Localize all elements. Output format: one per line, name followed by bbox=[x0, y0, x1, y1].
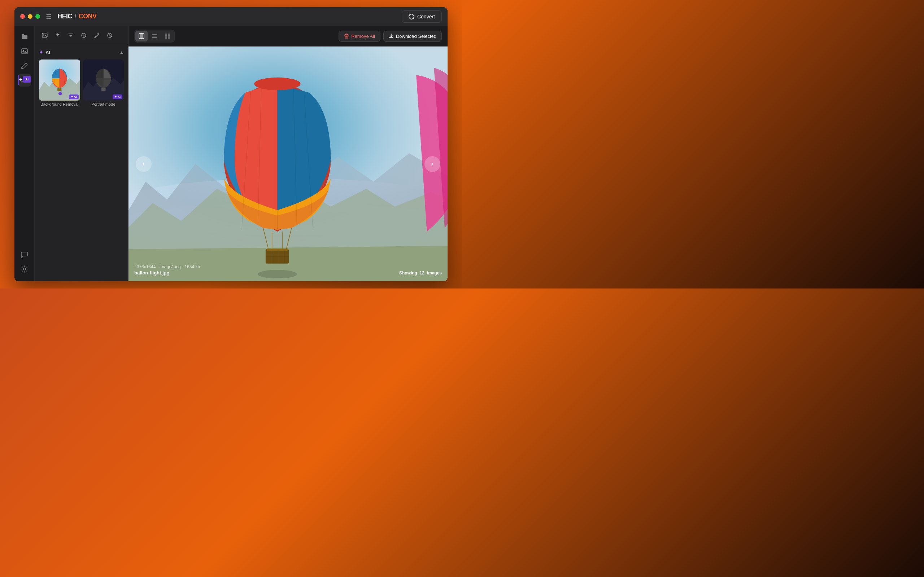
minimize-button[interactable] bbox=[28, 14, 32, 19]
showing-prefix: Showing bbox=[399, 271, 417, 276]
filter-label-portrait: Portrait mode bbox=[91, 102, 115, 106]
download-selected-label: Download Selected bbox=[396, 34, 436, 39]
filter-grid: ✦ AI Background Removal bbox=[39, 60, 124, 106]
sidebar-icon-folder[interactable] bbox=[18, 30, 31, 43]
main-layout: AI bbox=[15, 26, 447, 281]
download-selected-button[interactable]: Download Selected bbox=[383, 31, 442, 42]
convert-icon bbox=[409, 14, 414, 19]
images-count: Showing 12 images bbox=[399, 271, 442, 276]
content-area: Remove All Download Selected bbox=[129, 26, 447, 281]
tool-sparkle-btn[interactable] bbox=[52, 29, 63, 41]
svg-point-2 bbox=[23, 268, 26, 270]
svg-rect-26 bbox=[168, 36, 170, 39]
sidebar-icons: AI bbox=[15, 26, 35, 281]
content-toolbar: Remove All Download Selected bbox=[129, 26, 447, 47]
image-viewer: ‹ › 2376x1344 - image/jpeg - 1684 kb bal… bbox=[129, 47, 447, 281]
svg-point-36 bbox=[254, 77, 300, 90]
svg-rect-25 bbox=[165, 36, 167, 39]
download-icon bbox=[389, 34, 394, 39]
sparkle-icon bbox=[18, 76, 23, 84]
sidebar-icon-edit[interactable] bbox=[18, 59, 31, 72]
svg-rect-23 bbox=[165, 34, 167, 36]
ai-section-icon: ✦ bbox=[39, 49, 43, 55]
ai-filter-badge-bg: ✦ AI bbox=[69, 95, 79, 99]
app-window: ☰ HEIC / CONV Convert bbox=[15, 7, 447, 281]
title-heic: HEIC bbox=[57, 13, 72, 20]
showing-suffix: images bbox=[427, 271, 442, 276]
tools-section-header: ✦ AI ▲ bbox=[39, 49, 124, 55]
tools-section-title: ✦ AI bbox=[39, 49, 50, 55]
tool-clock-btn[interactable] bbox=[104, 29, 115, 41]
maximize-button[interactable] bbox=[36, 14, 40, 19]
convert-label: Convert bbox=[417, 14, 435, 19]
filter-label-bg-removal: Background Removal bbox=[40, 102, 78, 106]
filter-item-bg-removal[interactable]: ✦ AI Background Removal bbox=[39, 60, 80, 106]
title-bar: ☰ HEIC / CONV Convert bbox=[15, 7, 447, 26]
images-count-number: 12 bbox=[420, 271, 425, 276]
remove-all-button[interactable]: Remove All bbox=[339, 31, 380, 42]
svg-rect-42 bbox=[267, 248, 288, 251]
svg-point-14 bbox=[58, 92, 62, 95]
convert-button[interactable]: Convert bbox=[402, 10, 442, 23]
trash-icon bbox=[344, 34, 349, 39]
tool-image-btn[interactable] bbox=[39, 29, 50, 41]
svg-rect-19 bbox=[140, 34, 143, 38]
sidebar-icon-chat[interactable] bbox=[18, 248, 31, 261]
filter-thumb-portrait-inner: ✦ AI bbox=[83, 60, 124, 101]
view-tab-list[interactable] bbox=[149, 31, 161, 42]
tools-panel: ✦ AI ▲ bbox=[35, 26, 129, 281]
title-conv: CONV bbox=[79, 13, 97, 20]
collapse-section-btn[interactable]: ▲ bbox=[120, 50, 124, 55]
title-slash: / bbox=[75, 13, 76, 20]
filter-thumb-inner: ✦ AI bbox=[39, 60, 80, 101]
view-tab-preview[interactable] bbox=[135, 31, 148, 42]
tools-toolbar bbox=[35, 26, 128, 45]
svg-rect-13 bbox=[57, 88, 61, 91]
sidebar-icon-image[interactable] bbox=[18, 45, 31, 58]
svg-rect-24 bbox=[168, 34, 170, 36]
ai-filter-badge-portrait: ✦ AI bbox=[113, 95, 122, 99]
ai-badge: AI bbox=[23, 76, 31, 82]
filter-thumb-bg-removal: ✦ AI bbox=[39, 60, 80, 101]
traffic-lights bbox=[20, 14, 40, 19]
svg-rect-0 bbox=[22, 49, 27, 54]
image-filename: ballon-flight.jpg bbox=[134, 270, 200, 276]
next-image-button[interactable]: › bbox=[425, 156, 440, 172]
tool-color-btn[interactable] bbox=[78, 29, 89, 41]
tool-magic-btn[interactable] bbox=[91, 29, 102, 41]
image-info: 2376x1344 - image/jpeg - 1684 kb ballon-… bbox=[134, 264, 200, 276]
view-tab-grid[interactable] bbox=[162, 31, 174, 42]
tools-section-label: AI bbox=[45, 50, 50, 55]
close-button[interactable] bbox=[20, 14, 25, 19]
prev-image-button[interactable]: ‹ bbox=[136, 156, 152, 172]
menu-icon[interactable]: ☰ bbox=[46, 13, 52, 21]
sidebar-icon-settings[interactable] bbox=[18, 263, 31, 276]
svg-rect-3 bbox=[42, 33, 47, 37]
svg-point-6 bbox=[98, 33, 99, 34]
app-title: HEIC / CONV bbox=[57, 13, 97, 20]
sidebar-icon-ai[interactable]: AI bbox=[18, 74, 31, 87]
filter-item-portrait[interactable]: ✦ AI Portrait mode bbox=[83, 60, 124, 106]
tools-section: ✦ AI ▲ bbox=[35, 45, 128, 111]
filter-thumb-portrait: ✦ AI bbox=[83, 60, 124, 101]
remove-all-label: Remove All bbox=[351, 34, 375, 39]
image-meta: 2376x1344 - image/jpeg - 1684 kb bbox=[134, 264, 200, 269]
main-image-svg bbox=[129, 47, 447, 281]
svg-rect-17 bbox=[102, 88, 105, 91]
tool-adjust-btn[interactable] bbox=[65, 29, 76, 41]
view-tabs bbox=[134, 29, 175, 43]
svg-point-30 bbox=[258, 270, 297, 279]
